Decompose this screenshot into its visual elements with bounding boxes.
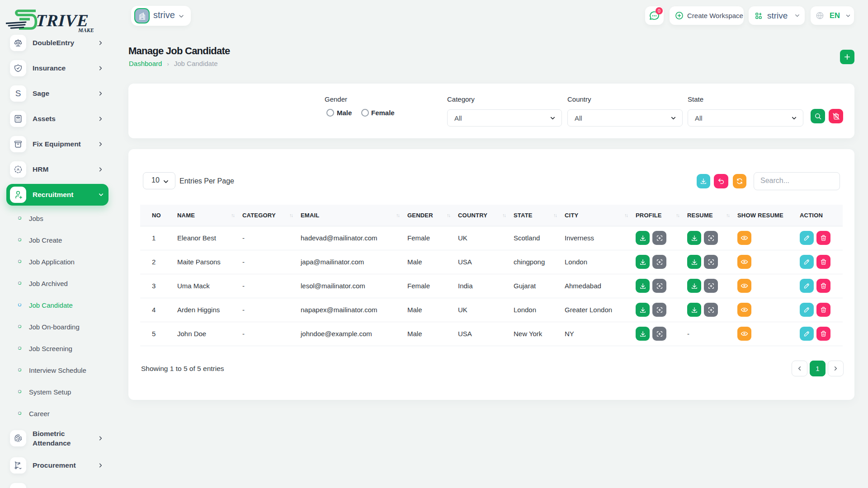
svg-text:MAKE: MAKE <box>78 27 94 33</box>
